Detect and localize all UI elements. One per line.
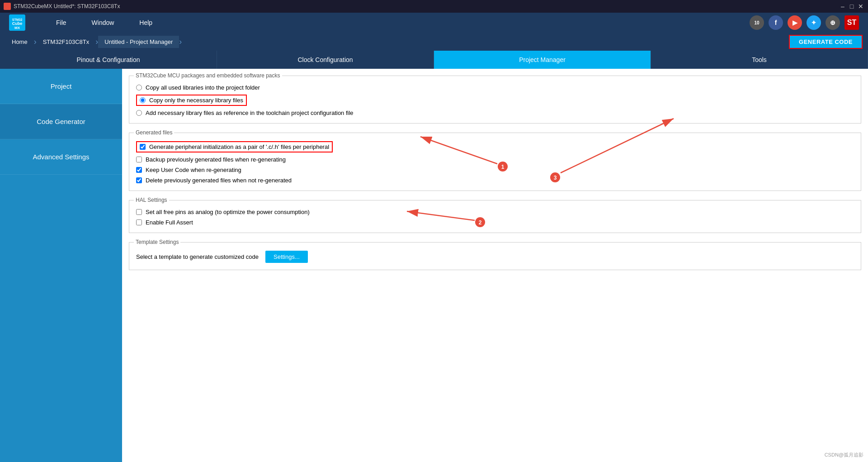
radio-copy-all-label: Copy all used libraries into the project…	[146, 84, 260, 91]
checkbox-generate-peripheral-label: Generate peripheral initialization as a …	[149, 143, 329, 150]
sidebar-code-generator-label: Code Generator	[37, 118, 85, 125]
checkbox-delete-files-label: Delete previously generated files when n…	[146, 177, 292, 184]
title-bar: STM32CubeMX Untitled*: STM32F103C8Tx – □…	[0, 0, 868, 13]
maximize-button[interactable]: □	[848, 3, 855, 10]
checkbox-keep-user-code-label: Keep User Code when re-generating	[146, 167, 241, 173]
hal-settings-options: Set all free pins as analog (to optimize…	[136, 209, 854, 226]
tab-clock-label: Clock Configuration	[297, 56, 353, 63]
checkbox-generate-peripheral-highlighted: Generate peripheral initialization as a …	[136, 141, 333, 152]
radio-copy-necessary-label: Copy only the necessary library files	[149, 97, 243, 104]
generated-files-options: Generate peripheral initialization as a …	[136, 141, 854, 184]
content-area: STM32Cube MCU packages and embedded soft…	[122, 69, 868, 462]
mcu-packages-section: STM32Cube MCU packages and embedded soft…	[129, 76, 861, 124]
sidebar-project-label: Project	[51, 82, 72, 90]
checkbox-delete-files[interactable]: Delete previously generated files when n…	[136, 177, 854, 184]
generated-files-section: Generated files Generate peripheral init…	[129, 133, 861, 191]
tab-project[interactable]: Project Manager	[434, 51, 651, 69]
st-brand-icon[interactable]: ST	[844, 15, 859, 30]
checkbox-set-analog[interactable]: Set all free pins as analog (to optimize…	[136, 209, 854, 215]
social-icons: 10 f ▶ ✦ ⊕ ST	[750, 15, 859, 30]
checkbox-generate-peripheral-input[interactable]	[140, 144, 146, 150]
cube-icon: STM32 Cube MX	[9, 14, 25, 31]
checkbox-enable-assert-input[interactable]	[136, 219, 142, 225]
menu-help[interactable]: Help	[136, 17, 156, 28]
radio-copy-all[interactable]: Copy all used libraries into the project…	[136, 84, 854, 91]
checkbox-enable-assert-label: Enable Full Assert	[146, 219, 193, 226]
checkbox-backup-files-label: Backup previously generated files when r…	[146, 156, 286, 163]
app-icon	[4, 3, 11, 10]
template-settings-content: Select a template to generate customized…	[136, 251, 854, 263]
youtube-icon[interactable]: ▶	[788, 15, 802, 30]
breadcrumb-device-label: STM32F103C8Tx	[43, 38, 90, 45]
checkbox-keep-user-code-input[interactable]	[136, 167, 142, 173]
sidebar-item-project[interactable]: Project	[0, 69, 122, 104]
twitter-icon[interactable]: ✦	[807, 15, 821, 30]
breadcrumb-project-label: Untitled - Project Manager	[104, 38, 173, 45]
checkbox-set-analog-input[interactable]	[136, 209, 142, 215]
radio-add-reference-input[interactable]	[136, 110, 142, 116]
generated-files-title: Generated files	[134, 129, 174, 136]
tab-pinout[interactable]: Pinout & Configuration	[0, 51, 217, 69]
radio-copy-all-input[interactable]	[136, 85, 142, 90]
tab-project-label: Project Manager	[519, 56, 566, 63]
template-row: Select a template to generate customized…	[136, 251, 854, 263]
svg-text:MX: MX	[14, 26, 20, 30]
menu-file[interactable]: File	[52, 17, 70, 28]
tab-bar: Pinout & Configuration Clock Configurati…	[0, 51, 868, 69]
main-layout: Project Code Generator Advanced Settings…	[0, 69, 868, 462]
tab-pinout-label: Pinout & Configuration	[76, 56, 140, 63]
generate-code-button[interactable]: GENERATE CODE	[789, 35, 863, 49]
tab-tools-label: Tools	[752, 56, 767, 63]
checkbox-set-analog-label: Set all free pins as analog (to optimize…	[146, 209, 310, 215]
radio-copy-necessary-highlighted: Copy only the necessary library files	[136, 95, 247, 106]
breadcrumb-bar: Home › STM32F103C8Tx › Untitled - Projec…	[0, 33, 868, 51]
sidebar: Project Code Generator Advanced Settings	[0, 69, 122, 462]
radio-copy-necessary[interactable]: Copy only the necessary library files	[136, 95, 854, 106]
anniversary-icon[interactable]: 10	[750, 15, 764, 30]
checkbox-backup-files[interactable]: Backup previously generated files when r…	[136, 156, 854, 163]
breadcrumb-device[interactable]: STM32F103C8Tx	[37, 36, 96, 48]
tab-clock[interactable]: Clock Configuration	[217, 51, 434, 69]
checkbox-generate-peripheral[interactable]: Generate peripheral initialization as a …	[136, 141, 854, 152]
radio-copy-necessary-input[interactable]	[140, 97, 146, 103]
network-icon[interactable]: ⊕	[826, 15, 840, 30]
radio-add-reference[interactable]: Add necessary library files as reference…	[136, 110, 854, 116]
svg-text:STM32: STM32	[12, 18, 23, 21]
checkbox-enable-assert[interactable]: Enable Full Assert	[136, 219, 854, 226]
app-logo: STM32 Cube MX	[9, 14, 25, 31]
radio-add-reference-label: Add necessary library files as reference…	[146, 110, 354, 116]
checkbox-backup-files-input[interactable]	[136, 157, 142, 162]
checkbox-delete-files-input[interactable]	[136, 177, 142, 183]
window-title: STM32CubeMX Untitled*: STM32F103C8Tx	[14, 3, 120, 10]
mcu-packages-options: Copy all used libraries into the project…	[136, 84, 854, 116]
sidebar-item-advanced-settings[interactable]: Advanced Settings	[0, 139, 122, 175]
breadcrumb-project[interactable]: Untitled - Project Manager	[98, 36, 179, 48]
template-label: Select a template to generate customized…	[136, 253, 259, 260]
window-controls: – □ ✕	[839, 3, 864, 10]
breadcrumb-arrow-3: ›	[179, 37, 182, 47]
close-button[interactable]: ✕	[857, 3, 864, 10]
watermark: CSDN@弧月追影	[825, 452, 863, 458]
sidebar-advanced-settings-label: Advanced Settings	[33, 153, 89, 161]
minimize-button[interactable]: –	[839, 3, 846, 10]
sidebar-item-code-generator[interactable]: Code Generator	[0, 104, 122, 139]
svg-text:Cube: Cube	[12, 21, 23, 26]
checkbox-keep-user-code[interactable]: Keep User Code when re-generating	[136, 167, 854, 173]
hal-settings-section: HAL Settings Set all free pins as analog…	[129, 200, 861, 233]
tab-tools[interactable]: Tools	[651, 51, 868, 69]
template-settings-button[interactable]: Settings...	[265, 251, 308, 263]
hal-settings-title: HAL Settings	[134, 197, 169, 203]
template-settings-section: Template Settings Select a template to g…	[129, 242, 861, 270]
template-settings-title: Template Settings	[134, 239, 180, 245]
mcu-packages-title: STM32Cube MCU packages and embedded soft…	[134, 72, 282, 79]
breadcrumb-home[interactable]: Home	[5, 36, 34, 48]
menu-bar: STM32 Cube MX File Window Help 10 f ▶ ✦ …	[0, 13, 868, 33]
facebook-icon[interactable]: f	[769, 15, 783, 30]
breadcrumb-home-label: Home	[12, 38, 28, 45]
menu-window[interactable]: Window	[88, 17, 118, 28]
title-bar-left: STM32CubeMX Untitled*: STM32F103C8Tx	[4, 3, 120, 10]
